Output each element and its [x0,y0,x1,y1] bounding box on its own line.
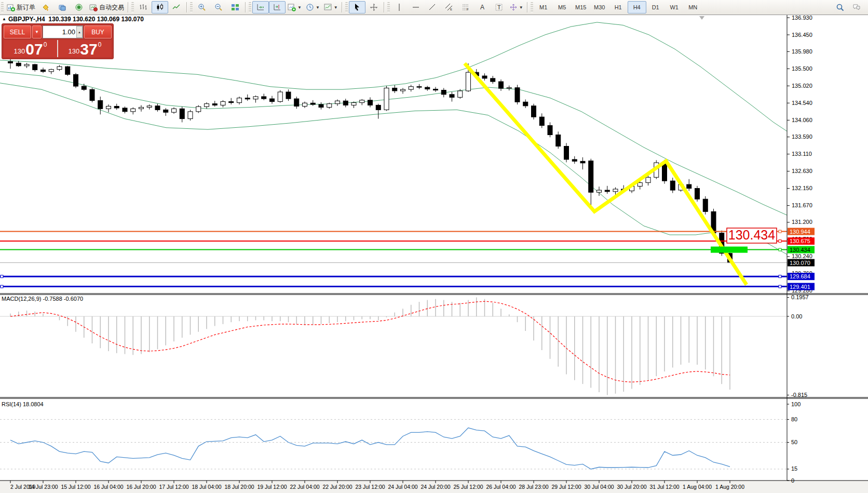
candle [564,146,569,159]
channel-button[interactable]: E [441,1,457,14]
timeframe-h4-button[interactable]: H4 [628,1,646,14]
trendline-button[interactable] [424,1,441,14]
timeframe-m15-button[interactable]: M15 [572,1,590,14]
rsi-axis-label: 15 [791,465,797,472]
axis-tick-label: 131.200 [792,219,812,225]
time-tick-label: 22 Jul 20:00 [322,484,352,490]
horizontal-line-button[interactable] [408,1,424,14]
bar-chart-button[interactable] [135,1,152,14]
periods-button[interactable]: ▼ [304,1,322,14]
candle [196,106,201,112]
rsi-axis-label: 0 [791,477,794,484]
styler-button[interactable] [37,1,54,14]
buy-button[interactable]: BUY [84,25,112,38]
autotrading-button[interactable]: 自动交易 [87,1,126,14]
signals-button[interactable] [71,1,87,14]
candle [548,126,552,135]
search-button[interactable] [832,1,848,14]
timeframe-w1-button[interactable]: W1 [665,1,684,14]
crosshair-button[interactable] [365,1,382,14]
candle [638,183,642,186]
line-handle[interactable] [779,275,781,278]
timeframe-d1-button[interactable]: D1 [646,1,665,14]
axis-tick-label: 130.240 [792,253,812,259]
timeframe-h1-button[interactable]: H1 [609,1,628,14]
candle [65,66,70,74]
candle [155,106,160,110]
templates-button[interactable]: ▼ [322,1,340,14]
vertical-line-button[interactable] [391,1,408,14]
macd-label: MACD(12,26,9) -0.7588 -0.6070 [2,296,83,302]
auto-scroll-button[interactable] [252,1,269,14]
line-handle[interactable] [1,285,3,288]
tile-windows-button[interactable] [227,1,243,14]
candle [433,89,438,90]
candle [360,100,364,103]
time-tick-label: 1 Aug 04:00 [683,484,712,490]
candle [613,189,618,192]
time-tick-label: 17 Jul 12:00 [159,484,188,490]
collapse-panel-icon[interactable]: ▲ [2,17,6,21]
candle [49,70,53,72]
candle [703,199,708,211]
candle [212,104,217,105]
cursor-button[interactable] [349,1,365,14]
axis-tick-label: 134.540 [792,100,812,106]
chart-shift-button[interactable] [269,1,286,14]
candle [539,117,544,126]
macd-axis-label: 0.1957 [791,294,809,300]
candles-icon [156,3,164,11]
candle [16,63,21,66]
candle [24,64,29,66]
time-tick-label: 19 Jul 12:00 [257,484,287,490]
zoom-in-button[interactable] [194,1,210,14]
entry-zone-highlight[interactable] [711,247,748,253]
timeframe-m1-button[interactable]: M1 [534,1,553,14]
hline-icon [412,3,420,11]
fibonacci-button[interactable]: F [457,1,474,14]
axis-price-badge-text: 130.675 [790,238,810,244]
candle [401,89,405,91]
volume-spin-up[interactable]: ▲ [76,26,83,38]
time-tick-label: 23 Jul 12:00 [355,484,385,490]
label-button[interactable]: T [491,1,507,14]
sell-price-figure: 130 [14,47,25,55]
time-tick-label: 14 Jul 23:00 [28,484,58,490]
time-tick-label: 1 Aug 20:00 [715,484,744,490]
chat-button[interactable] [848,1,865,14]
time-tick-label: 31 Jul 12:00 [649,484,679,490]
svg-text:A: A [480,4,484,11]
timeframe-mn-button[interactable]: MN [684,1,702,14]
candle [351,103,356,105]
axis-tick-label: 133.110 [792,151,812,157]
candle [556,135,561,146]
sell-button[interactable]: SELL [4,25,31,38]
line-handle[interactable] [779,240,781,243]
autoscroll-icon [256,3,265,11]
timeframe-m30-button[interactable]: M30 [590,1,609,14]
text-button[interactable]: A [474,1,491,14]
buy-price[interactable]: 130 37 0 [58,40,112,57]
candle [278,92,282,102]
timeframe-m5-button[interactable]: M5 [553,1,572,14]
arrows-button[interactable]: ▼ [507,1,525,14]
sell-price[interactable]: 130 07 0 [4,40,57,57]
time-tick-label: 15 Jul 12:00 [61,484,90,490]
chart-canvas[interactable]: 130.434MACD(12,26,9) -0.7588 -0.6070RSI(… [0,0,868,493]
candle-chart-button[interactable] [152,1,168,14]
time-tick-label: 18 Jul 20:00 [224,484,254,490]
new-chart-button[interactable]: ▼ [286,1,304,14]
new-order-button[interactable]: 新订单 [5,1,37,14]
zoom-out-button[interactable] [210,1,227,14]
line-chart-button[interactable] [168,1,185,14]
line-handle[interactable] [779,285,781,288]
line-handle[interactable] [1,275,3,278]
line-handle[interactable] [779,248,781,251]
candle [253,97,258,99]
time-tick-label: 25 Jul 12:00 [453,484,483,490]
line-handle[interactable] [779,230,781,233]
candle [441,90,446,95]
layouts-button[interactable] [54,1,71,14]
volume-decrease-button[interactable]: ▼ [32,25,42,38]
candle [57,66,62,70]
